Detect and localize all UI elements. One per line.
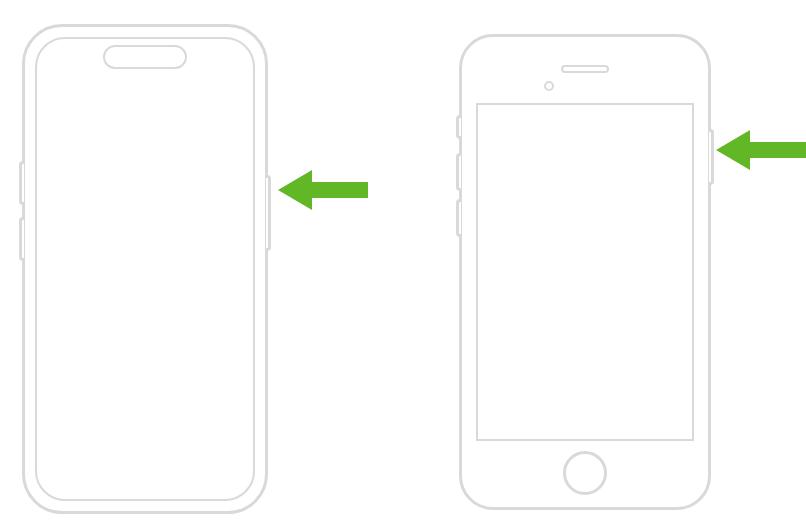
svg-marker-1 bbox=[716, 130, 806, 170]
screen bbox=[35, 37, 255, 501]
screen bbox=[476, 103, 694, 441]
faceid-iphone bbox=[22, 24, 268, 514]
volume-down-button bbox=[19, 217, 24, 261]
arrow-left-icon bbox=[716, 128, 806, 172]
arrow-left-icon bbox=[278, 168, 368, 212]
dynamic-island bbox=[103, 45, 187, 69]
speaker bbox=[561, 65, 609, 73]
home-button bbox=[563, 451, 607, 495]
mute-switch bbox=[456, 115, 461, 139]
volume-up-button bbox=[456, 153, 461, 191]
svg-marker-0 bbox=[278, 170, 368, 210]
volume-down-button bbox=[456, 199, 461, 237]
front-camera bbox=[544, 81, 554, 91]
homebutton-iphone bbox=[459, 34, 711, 510]
side-button bbox=[266, 175, 271, 251]
side-button bbox=[709, 129, 714, 185]
volume-up-button bbox=[19, 161, 24, 205]
